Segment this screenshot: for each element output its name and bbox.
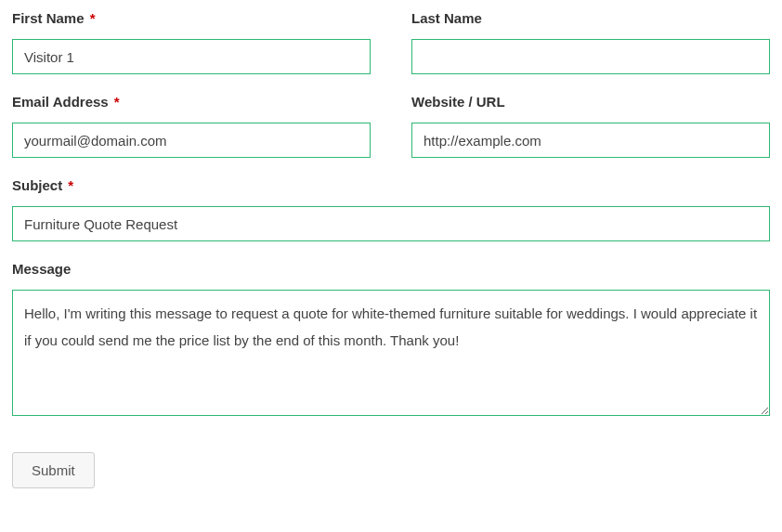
website-label-text: Website / URL — [411, 94, 505, 110]
last-name-input[interactable] — [411, 39, 770, 74]
last-name-label-text: Last Name — [411, 10, 482, 26]
first-name-required: * — [90, 10, 96, 26]
first-name-label-text: First Name — [12, 10, 85, 26]
contact-form: First Name * Last Name Email Address * W… — [12, 10, 770, 488]
message-group: Message — [12, 261, 770, 420]
email-label: Email Address * — [12, 94, 371, 110]
website-label: Website / URL — [411, 94, 770, 110]
message-label: Message — [12, 261, 770, 277]
email-group: Email Address * — [12, 94, 371, 158]
message-label-text: Message — [12, 261, 71, 277]
website-group: Website / URL — [411, 94, 770, 158]
subject-input[interactable] — [12, 206, 770, 241]
message-textarea[interactable] — [12, 290, 770, 416]
last-name-label: Last Name — [411, 10, 770, 26]
first-name-group: First Name * — [12, 10, 371, 74]
subject-label-text: Subject — [12, 177, 62, 193]
submit-button[interactable]: Submit — [12, 452, 95, 488]
email-label-text: Email Address — [12, 94, 109, 110]
first-name-label: First Name * — [12, 10, 371, 26]
last-name-group: Last Name — [411, 10, 770, 74]
email-input[interactable] — [12, 123, 371, 158]
subject-group: Subject * — [12, 177, 770, 241]
subject-label: Subject * — [12, 177, 770, 193]
subject-required: * — [68, 177, 73, 193]
email-required: * — [114, 94, 120, 110]
first-name-input[interactable] — [12, 39, 371, 74]
website-input[interactable] — [411, 123, 770, 158]
